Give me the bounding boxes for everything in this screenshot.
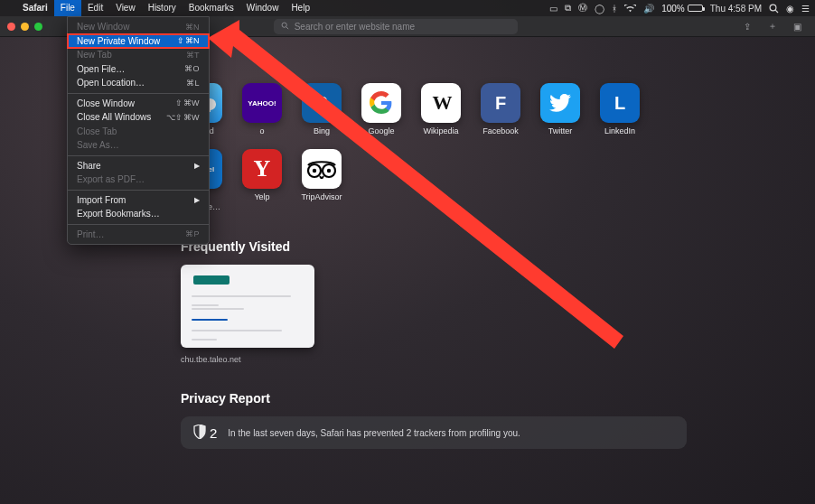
file-menu-item-open-location[interactable]: Open Location…⌘L bbox=[68, 76, 209, 90]
favorite-facebook[interactable]: FFacebook bbox=[479, 83, 522, 136]
menu-separator bbox=[68, 155, 209, 156]
menu-separator bbox=[68, 224, 209, 225]
menu-item-label: Share bbox=[77, 161, 101, 171]
menu-item-label: Import From bbox=[77, 195, 126, 205]
menu-item-label: Close All Windows bbox=[77, 112, 151, 122]
menu-item-label: Print… bbox=[77, 229, 105, 239]
macos-menubar: Safari File Edit View History Bookmarks … bbox=[0, 0, 815, 16]
favorite-tile-icon: YAHOO! bbox=[242, 83, 282, 123]
favorite-twitter[interactable]: Twitter bbox=[539, 83, 582, 136]
zoom-window-button[interactable] bbox=[34, 23, 42, 31]
file-menu-item-close-window[interactable]: Close Window⇧⌘W bbox=[68, 97, 209, 111]
favorite-google[interactable]: Google bbox=[360, 83, 403, 136]
menu-item-shortcut: ⌘L bbox=[186, 79, 200, 88]
favorite-yelp[interactable]: YYelp bbox=[240, 149, 284, 212]
menu-item-label: Save As… bbox=[77, 140, 119, 150]
menu-item-label: Open Location… bbox=[77, 78, 145, 88]
submenu-arrow-icon: ▶ bbox=[194, 196, 200, 204]
frequently-visited-caption: chu.tbe.taleo.net bbox=[181, 355, 687, 364]
submenu-arrow-icon: ▶ bbox=[194, 162, 200, 170]
favorite-label: LinkedIn bbox=[604, 126, 635, 136]
status-control-center-icon[interactable]: ☰ bbox=[801, 4, 810, 14]
status-display-icon[interactable]: ⧉ bbox=[565, 3, 571, 14]
menu-item-label: Open File… bbox=[77, 64, 125, 74]
favorite-linkedin[interactable]: LLinkedIn bbox=[598, 83, 642, 136]
file-menu-item-import-from[interactable]: Import From▶ bbox=[68, 193, 209, 208]
menu-item-shortcut: ⇧⌘N bbox=[177, 36, 200, 45]
menu-item-label: Close Window bbox=[77, 98, 135, 108]
status-search-icon[interactable] bbox=[769, 4, 779, 14]
tabs-button[interactable]: ▣ bbox=[788, 19, 808, 34]
file-menu-dropdown[interactable]: New Window⌘NNew Private Window⇧⌘NNew Tab… bbox=[67, 16, 210, 245]
favorite-o[interactable]: YAHOO!o bbox=[240, 83, 284, 136]
window-controls bbox=[7, 23, 42, 31]
file-menu-item-export-as-pdf: Export as PDF… bbox=[68, 173, 209, 187]
menu-item-label: Export Bookmarks… bbox=[77, 209, 160, 219]
menu-help[interactable]: Help bbox=[285, 0, 316, 16]
privacy-report-card[interactable]: 2 In the last seven days, Safari has pre… bbox=[181, 416, 687, 449]
svg-point-2 bbox=[282, 23, 286, 27]
share-button[interactable]: ⇪ bbox=[737, 19, 757, 34]
favorite-tripadvisor[interactable]: TripAdvisor bbox=[300, 149, 343, 212]
favorite-label: Bing bbox=[314, 126, 330, 136]
menu-item-label: Close Tab bbox=[77, 126, 117, 136]
privacy-report-text: In the last seven days, Safari has preve… bbox=[228, 428, 520, 438]
close-window-button[interactable] bbox=[7, 23, 15, 31]
file-menu-item-share[interactable]: Share▶ bbox=[68, 159, 209, 173]
menu-item-label: Export as PDF… bbox=[77, 174, 145, 184]
status-vpn-icon[interactable]: Ⓜ bbox=[578, 2, 587, 14]
menu-item-shortcut: ⌘N bbox=[185, 23, 201, 32]
favorite-label: Google bbox=[368, 126, 394, 136]
frequently-visited-thumbnail[interactable] bbox=[181, 265, 314, 348]
svg-line-3 bbox=[286, 26, 287, 28]
status-circle-icon[interactable]: ◯ bbox=[595, 4, 604, 14]
status-clock[interactable]: Thu 4:58 PM bbox=[710, 4, 762, 14]
favorite-bing[interactable]: BBing bbox=[300, 83, 343, 136]
menu-app-name[interactable]: Safari bbox=[16, 0, 54, 16]
new-tab-button[interactable]: ＋ bbox=[763, 19, 782, 34]
battery-icon bbox=[688, 5, 703, 12]
status-volume-icon[interactable]: 🔊 bbox=[643, 4, 654, 14]
privacy-tracker-count: 2 bbox=[210, 425, 217, 441]
favorite-tile-icon bbox=[302, 149, 342, 189]
file-menu-item-new-private-window[interactable]: New Private Window⇧⌘N bbox=[68, 34, 209, 49]
file-menu-item-close-all-windows[interactable]: Close All Windows⌥⇧⌘W bbox=[68, 110, 209, 125]
menu-item-shortcut: ⌥⇧⌘W bbox=[166, 113, 201, 122]
favorite-tile-icon: W bbox=[421, 83, 461, 123]
menu-item-label: New Tab bbox=[77, 50, 112, 60]
favorite-wikipedia[interactable]: WWikipedia bbox=[419, 83, 463, 136]
status-battery[interactable]: 100% bbox=[661, 4, 703, 14]
favorite-label: TripAdvisor bbox=[301, 192, 342, 202]
search-icon bbox=[281, 22, 289, 32]
svg-point-7 bbox=[327, 169, 331, 173]
menu-separator bbox=[68, 190, 209, 191]
menu-item-shortcut: ⇧⌘W bbox=[175, 98, 200, 107]
file-menu-item-new-tab: New Tab⌘T bbox=[68, 48, 209, 62]
address-placeholder: Search or enter website name bbox=[295, 22, 415, 32]
svg-line-1 bbox=[775, 10, 778, 13]
favorites-row-2: her nelThe Weathe…YYelpTripAdvisor bbox=[181, 149, 687, 212]
status-video-icon[interactable]: ▭ bbox=[549, 4, 557, 14]
menu-window[interactable]: Window bbox=[240, 0, 286, 16]
menu-bookmarks[interactable]: Bookmarks bbox=[183, 0, 240, 16]
file-menu-item-print: Print…⌘P bbox=[68, 228, 209, 242]
address-bar[interactable]: Search or enter website name bbox=[274, 19, 518, 34]
menu-item-shortcut: ⌘O bbox=[184, 64, 200, 73]
menu-item-label: New Window bbox=[77, 22, 129, 32]
status-user-icon[interactable]: ◉ bbox=[786, 4, 794, 14]
status-bluetooth-icon[interactable]: ᚼ bbox=[612, 4, 617, 14]
file-menu-item-open-file[interactable]: Open File…⌘O bbox=[68, 62, 209, 77]
menu-edit[interactable]: Edit bbox=[81, 0, 109, 16]
status-wifi-icon[interactable] bbox=[624, 5, 636, 13]
shield-icon bbox=[193, 425, 206, 442]
menu-file[interactable]: File bbox=[54, 0, 81, 16]
menu-separator bbox=[68, 93, 209, 94]
file-menu-item-export-bookmarks[interactable]: Export Bookmarks… bbox=[68, 207, 209, 221]
minimize-window-button[interactable] bbox=[21, 23, 29, 31]
start-page: iCloudYAHOO!oBBingGoogleWWikipediaFFaceb… bbox=[181, 83, 687, 449]
menu-history[interactable]: History bbox=[142, 0, 183, 16]
menu-item-shortcut: ⌘P bbox=[185, 229, 200, 238]
favorite-label: Yelp bbox=[254, 192, 269, 202]
menu-item-label: New Private Window bbox=[77, 36, 160, 46]
menu-view[interactable]: View bbox=[109, 0, 142, 16]
